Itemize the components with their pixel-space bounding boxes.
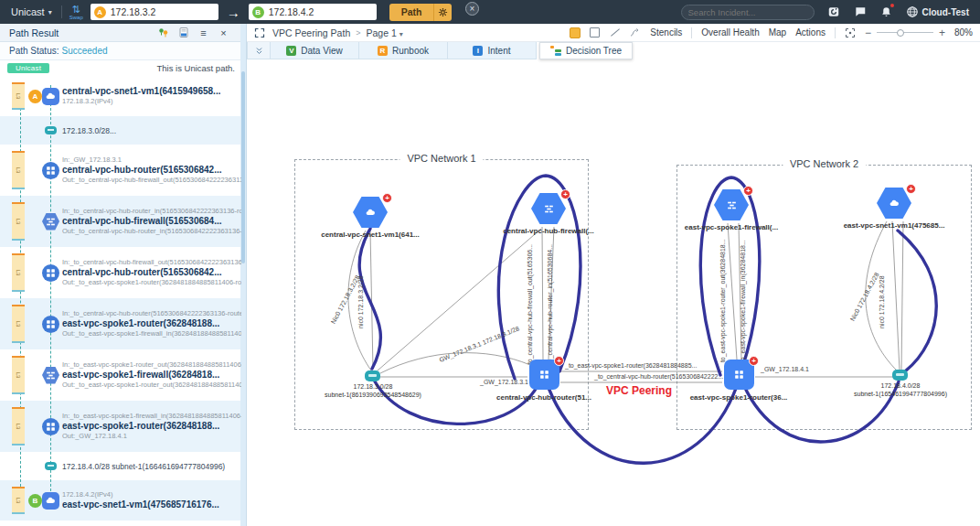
router-icon	[42, 316, 59, 333]
layer-tag: L3	[12, 82, 25, 110]
path-hop-row[interactable]: L3B172.18.4.2(IPv4)east-vpc-snet1-vm1(47…	[0, 480, 241, 521]
path-pins-icon[interactable]	[157, 27, 169, 38]
path-hop-row[interactable]: 172.18.3.0/28...	[0, 116, 241, 145]
breadcrumb-separator: >	[356, 28, 360, 38]
chat-button[interactable]	[853, 5, 868, 19]
tab-intent[interactable]: IIntent	[448, 42, 537, 59]
hop-device-name[interactable]: central-vpc-hub-router(5165306842...	[62, 165, 241, 177]
path-line	[50, 85, 51, 510]
vm-icon	[877, 188, 911, 219]
path-status-row: Path Status: Succeeded	[0, 42, 246, 60]
incident-search-input[interactable]	[688, 7, 809, 17]
close-path-bar-button[interactable]: ×	[465, 2, 479, 16]
subnet-icon	[365, 370, 380, 381]
tab-runbook[interactable]: RRunbook	[359, 42, 448, 59]
traffic-mode-dropdown[interactable]: Unicast ▾	[0, 6, 61, 17]
vm-icon	[42, 88, 59, 105]
hop-device-name[interactable]: east-vpc-spoke1-firewall(36284818...	[62, 370, 241, 381]
edge-label: _to_central-vpc-hub-router_in(516530684.…	[547, 244, 553, 368]
collapse-tabs-button[interactable]	[247, 42, 271, 59]
vm-icon	[353, 197, 388, 228]
zoom-in-button[interactable]: +	[939, 27, 945, 38]
export-log-icon[interactable]	[177, 27, 189, 38]
path-line	[20, 85, 21, 510]
hop-device-name[interactable]: central-vpc-hub-firewall(516530684...	[62, 216, 241, 228]
path-button-group: Path	[389, 4, 453, 21]
app-root: Unicast ▾ ⇅ Swap A → B Path ×	[0, 0, 980, 526]
path-hop-row[interactable]: L3In:_to_central-vpc-hub-router_in(51653…	[0, 196, 241, 247]
tab-data-view[interactable]: VData View	[271, 42, 359, 59]
node-label: central-vpc-hub-firewall(...	[471, 227, 626, 235]
router-icon	[42, 264, 59, 282]
line-tool-icon[interactable]	[609, 27, 620, 38]
path-hop-row[interactable]: 172.18.4.0/28 subnet-1(16646169477780499…	[0, 452, 241, 480]
fit-screen-icon[interactable]	[845, 27, 856, 38]
path-hop-row[interactable]: L3In:_GW_172.18.3.1central-vpc-hub-route…	[0, 145, 241, 196]
node-subnet-1-vpc2[interactable]	[892, 370, 908, 381]
zoom-level: 80%	[954, 27, 973, 38]
path-status-label: Path Status:	[9, 46, 59, 56]
vm-icon	[42, 492, 59, 510]
node-east-vpc-spoke1-firewall[interactable]: +	[714, 189, 749, 220]
divider	[691, 27, 692, 38]
menu-stencils[interactable]: Stencils	[650, 27, 682, 38]
destination-ip-field: B	[249, 4, 377, 20]
swap-button[interactable]: ⇅ Swap	[62, 5, 91, 20]
expand-icon[interactable]	[254, 27, 265, 38]
hop-device-name[interactable]: east-vpc-snet1-vm1(475685716176...	[62, 499, 219, 511]
endpoint-b-icon: B	[28, 494, 42, 508]
account-menu[interactable]: Cloud-Test	[906, 5, 969, 18]
menu-map[interactable]: Map	[769, 27, 786, 38]
screen-share-button[interactable]	[826, 5, 841, 19]
note-tool-icon[interactable]	[570, 27, 581, 38]
hop-device-name[interactable]: east-vpc-spoke1-router(362848188...	[62, 318, 241, 330]
firewall-icon	[531, 193, 566, 224]
path-hop-row[interactable]: L3In:_to_east-vpc-spoke1-router_out(3628…	[0, 349, 241, 401]
source-ip-field: A	[91, 4, 218, 20]
swap-label: Swap	[69, 15, 83, 20]
menu-overall-health[interactable]: Overall Health	[701, 27, 759, 38]
hop-device-name[interactable]: east-vpc-spoke1-router(362848188...	[62, 421, 241, 433]
destination-ip-input[interactable]	[269, 6, 377, 17]
layer-tag: L3	[12, 305, 25, 343]
vpc-peering-label: VPC Peering	[606, 384, 672, 397]
notifications-button[interactable]	[879, 5, 894, 19]
path-button[interactable]: Path	[389, 4, 434, 21]
topbar-right: Cloud-Test	[681, 5, 980, 20]
node-subnet-1-vpc1[interactable]	[365, 370, 380, 381]
node-central-vpc-snet1-vm1[interactable]: +	[353, 197, 388, 228]
node-central-vpc-hub-firewall[interactable]: +	[531, 193, 566, 224]
hop-device-name[interactable]: central-vpc-hub-router(5165306842...	[62, 267, 241, 279]
firewall-icon	[42, 213, 59, 231]
node-label: 172.18.4.0/28subnet-1(165461994777804996…	[823, 382, 978, 399]
menu-actions[interactable]: Actions	[795, 27, 826, 38]
path-hops-list: L3Acentral-vpc-snet1-vm1(6415949658...17…	[0, 76, 246, 526]
router-icon	[42, 162, 59, 179]
layer-tag: L3	[12, 253, 25, 292]
swap-icon: ⇅	[72, 5, 80, 15]
node-central-vpc-hub-router[interactable]: +	[529, 360, 559, 390]
zoom-slider[interactable]	[877, 32, 933, 33]
node-east-vpc-spoke1-router[interactable]: +	[724, 360, 754, 390]
account-label: Cloud-Test	[922, 7, 969, 17]
alert-plus-badge: +	[749, 356, 759, 366]
zoom-out-button[interactable]: −	[865, 27, 871, 38]
node-east-vpc-snet1-vm1[interactable]: +	[877, 188, 911, 219]
menu-icon[interactable]: ≡	[197, 27, 209, 38]
tab-decision-tree[interactable]: Decision Tree	[539, 42, 633, 59]
hop-device-name[interactable]: central-vpc-snet1-vm1(6415949658...	[62, 86, 220, 98]
close-panel-icon[interactable]: ×	[218, 27, 229, 38]
page-selector[interactable]: Page 1 ▾	[366, 27, 402, 38]
path-hop-row[interactable]: L3In:_to_central-vpc-hub-firewall_out(51…	[0, 247, 241, 298]
alert-plus-badge: +	[906, 184, 916, 194]
decision-tree-icon	[550, 46, 561, 56]
curve-tool-icon[interactable]	[629, 27, 641, 38]
path-settings-button[interactable]	[433, 4, 452, 21]
zoom-slider-thumb[interactable]	[897, 29, 904, 37]
source-ip-input[interactable]	[111, 6, 218, 17]
shape-tool-icon[interactable]	[590, 27, 600, 38]
path-hop-row[interactable]: L3In:_to_central-vpc-hub-router(51653068…	[0, 298, 241, 349]
path-hop-row[interactable]: L3In:_to_east-vpc-spoke1-firewall_in(362…	[0, 401, 241, 452]
path-hop-row[interactable]: L3Acentral-vpc-snet1-vm1(6415949658...17…	[0, 76, 241, 116]
breadcrumb[interactable]: VPC Peering Path	[272, 27, 350, 38]
